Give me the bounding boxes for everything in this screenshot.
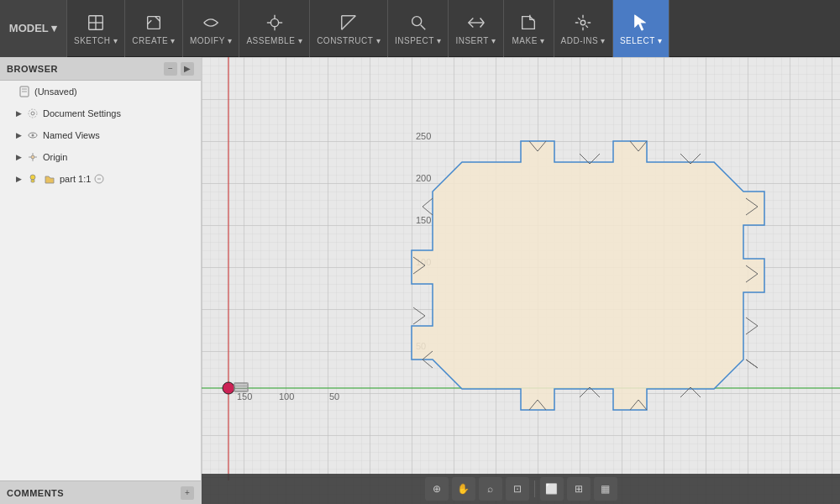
sketch-label: SKETCH ▾ [74,36,118,45]
make-icons [517,11,540,34]
svg-marker-20 [635,15,646,30]
browser-header: BROWSER − ▶ [0,57,201,81]
browser-content: (Unsaved) ▶ Document Settings ▶ Named Vi… [0,81,201,480]
insert-icon [465,11,488,34]
svg-point-6 [270,18,278,26]
toolbar-select[interactable]: SELECT ▾ [613,0,670,57]
assemble-icon [263,11,286,34]
insert-label: INSERT ▾ [455,36,496,45]
svg-point-24 [31,112,34,115]
svg-text:50: 50 [329,391,339,402]
browser-item-part[interactable]: ▶ part 1:1 [0,168,201,190]
zoom-btn[interactable]: ⌕ [479,477,502,501]
comments-title: COMMENTS [7,488,64,498]
orbit-btn[interactable]: ⊕ [425,477,449,501]
create-icons [142,11,165,34]
create-icon [142,11,165,34]
svg-text:100: 100 [279,391,294,402]
browser-item-part-label: part 1:1 [60,174,91,184]
modify-icons [199,11,223,34]
browser-item-docsettings-label: Document Settings [43,108,121,118]
svg-text:200: 200 [416,173,431,183]
browser-expand-btn[interactable]: ▶ [181,62,194,76]
svg-text:150: 150 [416,215,431,225]
svg-point-19 [581,20,586,25]
toolbar: MODEL ▾ SKETCH ▾ [0,0,840,57]
arrow-icon-unsaved [5,87,15,97]
make-icon [517,11,540,34]
sidebar: BROWSER − ▶ (Unsaved) ▶ Document [0,57,202,504]
svg-text:250: 250 [416,131,431,141]
toolbar-assemble[interactable]: ASSEMBLE ▾ [239,0,310,57]
svg-line-4 [148,20,152,24]
insert-icons [465,11,488,34]
svg-line-17 [480,18,484,24]
toolbar-construct[interactable]: CONSTRUCT ▾ [310,0,388,57]
lightbulb-icon-part [26,172,39,186]
svg-text:150: 150 [237,391,252,402]
browser-title: BROWSER [7,64,58,74]
browser-item-origin[interactable]: ▶ Origin [0,146,201,168]
construct-icons [337,11,360,34]
svg-point-28 [31,155,34,159]
file-icon-unsaved [18,85,31,98]
svg-point-33 [30,175,35,180]
toolbar-create[interactable]: CREATE ▾ [125,0,183,57]
assemble-label: ASSEMBLE ▾ [246,36,302,45]
grid-btn[interactable]: ⊞ [567,477,591,501]
toolbar-insert[interactable]: INSERT ▾ [449,0,503,57]
svg-line-11 [342,16,356,30]
grid-background: 250 200 150 100 50 150 100 50 [202,57,840,504]
canvas-area[interactable]: 250 200 150 100 50 150 100 50 [202,57,840,504]
browser-collapse-btn[interactable]: − [164,62,177,76]
svg-line-15 [420,25,425,30]
browser-item-docsettings[interactable]: ▶ Document Settings [0,102,201,124]
svg-line-18 [480,23,484,28]
origin-icon [26,150,39,164]
display-btn[interactable]: ▦ [594,477,617,501]
comments-bar: COMMENTS + [0,480,201,504]
addins-label: ADD-INS ▾ [561,36,606,45]
svg-point-27 [32,134,34,137]
inspect-label: INSPECT ▾ [395,36,441,45]
pan-btn[interactable]: ✋ [452,477,475,501]
arrow-icon-part: ▶ [13,174,24,184]
addins-icons [571,11,595,34]
select-icon [629,11,653,34]
browser-item-unsaved[interactable]: (Unsaved) [0,81,201,102]
fit-btn[interactable]: ⊡ [506,477,529,501]
sketch-icon [84,11,108,34]
svg-point-25 [29,109,37,118]
comments-add-btn[interactable]: + [181,486,194,500]
toolbar-groups: SKETCH ▾ CREATE ▾ [67,0,840,57]
svg-line-5 [155,17,160,22]
viewcube-btn[interactable]: ⬜ [540,477,564,501]
make-label: MAKE ▾ [512,36,544,45]
browser-item-unsaved-label: (Unsaved) [34,87,77,97]
browser-item-namedviews-label: Named Views [43,130,100,140]
toolbar-sketch[interactable]: SKETCH ▾ [67,0,125,57]
modify-label: MODIFY ▾ [190,36,232,45]
create-label: CREATE ▾ [132,36,176,45]
model-dropdown[interactable]: MODEL ▾ [0,0,67,57]
sketch-icons [84,11,108,34]
eye-icon-namedviews [26,129,39,142]
arrow-icon-docsettings: ▶ [13,108,24,118]
addins-icon [571,11,595,34]
toolbar-inspect[interactable]: INSPECT ▾ [388,0,449,57]
toolbar-make[interactable]: MAKE ▾ [504,0,554,57]
browser-item-origin-label: Origin [43,152,67,162]
arrow-icon-namedviews: ▶ [13,130,24,140]
svg-point-81 [223,382,234,394]
construct-label: CONSTRUCT ▾ [317,36,381,45]
gear-icon-docsettings [26,107,39,120]
bottom-toolbar: ⊕ ✋ ⌕ ⊡ ⬜ ⊞ ▦ [202,474,840,504]
construct-icon [337,11,360,34]
bottom-sep-1 [534,480,535,497]
assemble-icons [263,11,286,34]
toolbar-modify[interactable]: MODIFY ▾ [183,0,239,57]
browser-controls: − ▶ [164,62,194,76]
browser-item-namedviews[interactable]: ▶ Named Views [0,124,201,146]
select-label: SELECT ▾ [620,36,663,45]
toolbar-addins[interactable]: ADD-INS ▾ [554,0,613,57]
